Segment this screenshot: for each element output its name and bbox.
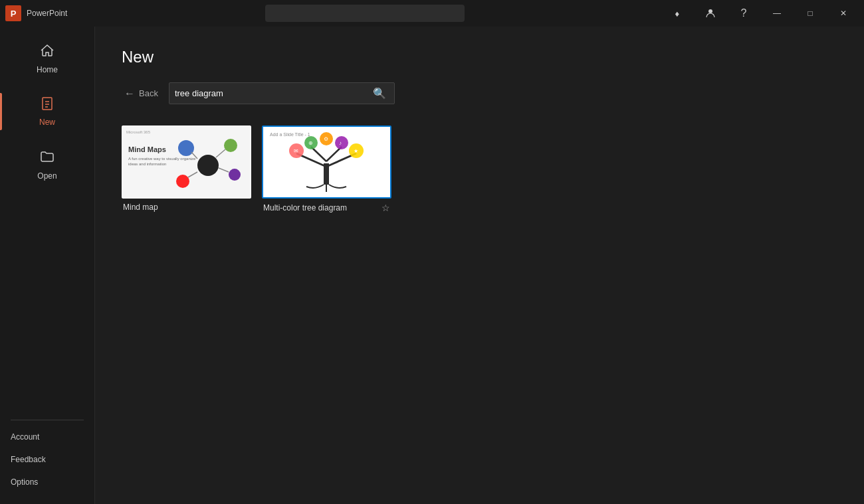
content-area: New ← Back 🔍 Microsoft 365 — [95, 27, 864, 504]
titlebar: P PowerPoint ⬧ ? — □ ✕ — [0, 0, 864, 27]
sidebar-nav: Home New Open — [0, 27, 94, 414]
sidebar-label-open: Open — [37, 171, 56, 181]
svg-point-0 — [708, 9, 712, 13]
titlebar-search-box[interactable] — [265, 5, 465, 22]
search-container: 🔍 — [169, 82, 395, 104]
svg-text:Microsoft 365: Microsoft 365 — [126, 130, 151, 134]
svg-point-13 — [229, 169, 241, 181]
svg-point-7 — [178, 140, 194, 156]
sidebar-label-home: Home — [37, 65, 58, 74]
sidebar-bottom: Account Feedback Options — [0, 426, 94, 504]
sidebar-item-options[interactable]: Options — [0, 471, 94, 493]
search-button[interactable]: 🔍 — [370, 86, 389, 101]
help-icon[interactable]: ? — [728, 3, 759, 24]
app-title: PowerPoint — [27, 9, 67, 18]
maximize-button[interactable]: □ — [795, 3, 825, 24]
titlebar-left: P PowerPoint — [5, 5, 67, 21]
svg-line-12 — [188, 172, 197, 177]
sidebar-item-new[interactable]: New — [0, 85, 94, 138]
svg-point-9 — [224, 139, 237, 152]
home-icon — [39, 42, 55, 61]
search-bar: ← Back 🔍 — [122, 82, 837, 104]
svg-line-10 — [216, 149, 225, 157]
sidebar-divider — [11, 420, 84, 420]
person-icon[interactable] — [695, 3, 726, 24]
tree-label: Multi-color tree diagram — [263, 203, 347, 212]
main-layout: Home New Open Account Feedback Options — [0, 27, 864, 504]
mind-map-thumbnail: Microsoft 365 Mind Maps A fun creative w… — [122, 126, 251, 199]
svg-rect-1 — [43, 98, 52, 110]
svg-text:⚙: ⚙ — [324, 136, 328, 142]
svg-text:ideas and information: ideas and information — [128, 162, 166, 166]
sidebar-item-account[interactable]: Account — [0, 426, 94, 448]
svg-text:Mind Maps: Mind Maps — [128, 145, 166, 153]
back-arrow-icon: ← — [124, 88, 135, 100]
page-title: New — [122, 48, 837, 66]
sidebar-label-new: New — [39, 118, 55, 127]
svg-text:♪: ♪ — [339, 140, 342, 146]
template-card-tree[interactable]: Add a Slide Title - 1 — [262, 126, 391, 214]
svg-text:⊕: ⊕ — [308, 140, 313, 146]
new-icon — [40, 96, 54, 114]
back-label: Back — [139, 88, 158, 98]
sidebar-item-feedback[interactable]: Feedback — [0, 448, 94, 471]
favorite-star-icon[interactable]: ☆ — [381, 203, 390, 213]
svg-line-14 — [219, 168, 229, 172]
mind-map-label-row: Mind map — [122, 199, 251, 213]
templates-grid: Microsoft 365 Mind Maps A fun creative w… — [122, 126, 837, 214]
tree-label-row: Multi-color tree diagram ☆ — [262, 199, 391, 214]
svg-text:★: ★ — [354, 148, 358, 154]
diamond-icon[interactable]: ⬧ — [662, 3, 693, 24]
app-icon: P — [5, 5, 21, 21]
svg-text:✉: ✉ — [294, 148, 298, 154]
svg-point-11 — [176, 175, 189, 188]
template-card-mind-map[interactable]: Microsoft 365 Mind Maps A fun creative w… — [122, 126, 251, 214]
tree-thumbnail: Add a Slide Title - 1 — [262, 126, 391, 199]
svg-text:Add a Slide Title - 1: Add a Slide Title - 1 — [270, 132, 310, 137]
sidebar: Home New Open Account Feedback Options — [0, 27, 95, 504]
open-icon — [39, 149, 55, 167]
svg-point-6 — [197, 155, 219, 176]
svg-point-24 — [335, 136, 348, 149]
mind-map-label: Mind map — [123, 203, 158, 212]
minimize-button[interactable]: — — [762, 3, 792, 24]
titlebar-controls: ⬧ ? — □ ✕ — [662, 3, 859, 24]
sidebar-item-open[interactable]: Open — [0, 138, 94, 191]
sidebar-item-home[interactable]: Home — [0, 32, 94, 85]
search-input[interactable] — [175, 88, 370, 98]
back-button[interactable]: ← Back — [122, 85, 161, 102]
svg-text:A fun creative way to visually: A fun creative way to visually organize — [128, 157, 196, 161]
close-button[interactable]: ✕ — [828, 3, 859, 24]
